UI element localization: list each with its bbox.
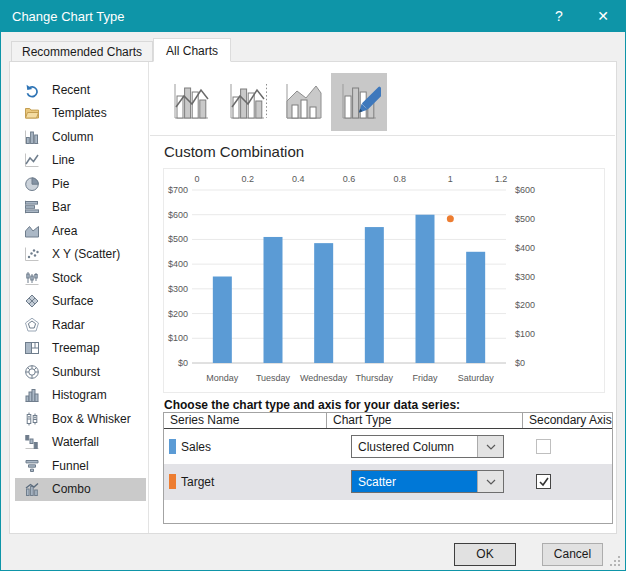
svg-text:0: 0 xyxy=(194,174,199,184)
subtype-stacked-area-clustered-column-icon[interactable] xyxy=(275,73,331,131)
title-bar: Change Chart Type ? ✕ xyxy=(1,1,625,32)
ok-button[interactable]: OK xyxy=(454,543,516,566)
svg-text:1.2: 1.2 xyxy=(495,174,508,184)
resize-grip[interactable] xyxy=(609,554,622,567)
recent-icon xyxy=(24,82,40,98)
tab-all-charts[interactable]: All Charts xyxy=(153,38,231,62)
svg-text:Thursday: Thursday xyxy=(356,373,394,383)
sidebar-item-label: Stock xyxy=(52,271,82,285)
sidebar-item-line[interactable]: Line xyxy=(15,149,146,173)
svg-text:$0: $0 xyxy=(178,358,188,368)
help-button[interactable]: ? xyxy=(537,1,581,32)
secondary-axis-checkbox[interactable] xyxy=(536,439,551,454)
surface-chart-icon xyxy=(24,293,40,309)
sidebar-item-combo[interactable]: Combo xyxy=(15,478,146,502)
sidebar-item-treemap[interactable]: Treemap xyxy=(15,337,146,361)
sidebar-item-label: Area xyxy=(52,224,77,238)
svg-text:$300: $300 xyxy=(515,272,535,282)
svg-text:Wednesday: Wednesday xyxy=(300,373,348,383)
svg-text:$300: $300 xyxy=(168,284,188,294)
pie-chart-icon xyxy=(24,176,40,192)
column-chart-icon xyxy=(24,129,40,145)
sidebar-item-waterfall[interactable]: Waterfall xyxy=(15,431,146,455)
change-chart-type-dialog: Change Chart Type ? ✕ Recommended Charts… xyxy=(0,0,626,571)
box-whisker-chart-icon xyxy=(24,411,40,427)
sidebar-item-label: Bar xyxy=(52,200,71,214)
svg-text:$100: $100 xyxy=(168,333,188,343)
chart-type-dropdown[interactable]: Clustered Column xyxy=(351,435,504,458)
column-header-series-name: Series Name xyxy=(164,413,327,428)
column-header-chart-type: Chart Type xyxy=(327,413,523,428)
svg-text:$500: $500 xyxy=(168,234,188,244)
sidebar-item-area[interactable]: Area xyxy=(15,219,146,243)
svg-text:$0: $0 xyxy=(515,358,525,368)
series-table-header: Series NameChart TypeSecondary Axis xyxy=(164,413,612,429)
sidebar-item-label: Box & Whisker xyxy=(52,412,131,426)
svg-text:$200: $200 xyxy=(168,309,188,319)
waterfall-chart-icon xyxy=(24,434,40,450)
secondary-axis-checkbox[interactable] xyxy=(536,474,551,489)
sidebar-item-label: Surface xyxy=(52,294,93,308)
series-row-target[interactable]: TargetScatter xyxy=(164,464,612,500)
sidebar-item-label: Combo xyxy=(52,482,91,496)
svg-text:Tuesday: Tuesday xyxy=(256,373,291,383)
svg-text:$500: $500 xyxy=(515,214,535,224)
subtype-custom-combination-icon[interactable] xyxy=(331,73,387,131)
sunburst-chart-icon xyxy=(24,364,40,380)
tab-recommended-charts[interactable]: Recommended Charts xyxy=(11,41,153,62)
combo-chart-icon xyxy=(24,481,40,497)
bar-chart-icon xyxy=(24,199,40,215)
sidebar-item-label: Templates xyxy=(52,106,107,120)
sidebar-item-label: Funnel xyxy=(52,459,89,473)
combo-panel: Custom Combination $0$100$200$300$400$50… xyxy=(150,62,616,533)
subtype-clustered-column-line-icon[interactable] xyxy=(163,73,219,131)
svg-text:1: 1 xyxy=(448,174,453,184)
svg-text:$600: $600 xyxy=(168,210,188,220)
combo-chart-preview: $0$100$200$300$400$500$600$700$0$100$200… xyxy=(164,169,604,392)
subtype-clustered-column-line-secondary-axis-icon[interactable] xyxy=(219,73,275,131)
series-swatch xyxy=(169,474,176,489)
scatter-chart-icon xyxy=(24,246,40,262)
sidebar-item-stock[interactable]: Stock xyxy=(15,266,146,290)
sidebar-item-histogram[interactable]: Histogram xyxy=(15,384,146,408)
sidebar-item-column[interactable]: Column xyxy=(15,125,146,149)
histogram-chart-icon xyxy=(24,387,40,403)
svg-text:0.6: 0.6 xyxy=(343,174,356,184)
sidebar-item-label: Waterfall xyxy=(52,435,99,449)
sidebar-item-bar[interactable]: Bar xyxy=(15,196,146,220)
svg-text:0.4: 0.4 xyxy=(292,174,305,184)
chevron-down-icon[interactable] xyxy=(477,471,503,492)
all-charts-tab-page: RecentTemplatesColumnLinePieBarAreaX Y (… xyxy=(9,61,617,534)
series-name-label: Target xyxy=(181,464,214,500)
sidebar-item-surface[interactable]: Surface xyxy=(15,290,146,314)
chart-type-value: Clustered Column xyxy=(352,436,477,457)
sidebar-item-radar[interactable]: Radar xyxy=(15,313,146,337)
svg-text:$600: $600 xyxy=(515,185,535,195)
combo-subtype-row xyxy=(163,73,387,131)
svg-text:$400: $400 xyxy=(515,243,535,253)
sidebar-item-recent[interactable]: Recent xyxy=(15,78,146,102)
series-name-label: Sales xyxy=(181,429,211,464)
chevron-down-icon[interactable] xyxy=(477,436,503,457)
svg-text:$100: $100 xyxy=(515,329,535,339)
sidebar-item-label: Treemap xyxy=(52,341,100,355)
sidebar-item-label: X Y (Scatter) xyxy=(52,247,120,261)
area-chart-icon xyxy=(24,223,40,239)
dialog-title: Change Chart Type xyxy=(12,9,125,24)
series-row-sales[interactable]: SalesClustered Column xyxy=(164,429,612,464)
stock-chart-icon xyxy=(24,270,40,286)
sidebar-item-x-y-scatter[interactable]: X Y (Scatter) xyxy=(15,243,146,267)
chart-type-value: Scatter xyxy=(352,471,477,492)
sidebar-item-sunburst[interactable]: Sunburst xyxy=(15,360,146,384)
sidebar-item-label: Pie xyxy=(52,177,69,191)
sidebar-item-pie[interactable]: Pie xyxy=(15,172,146,196)
treemap-chart-icon xyxy=(24,340,40,356)
sidebar-item-funnel[interactable]: Funnel xyxy=(15,454,146,478)
sidebar-item-templates[interactable]: Templates xyxy=(15,102,146,126)
chart-type-dropdown[interactable]: Scatter xyxy=(351,470,504,493)
sidebar-item-box-whisker[interactable]: Box & Whisker xyxy=(15,407,146,431)
cancel-button[interactable]: Cancel xyxy=(542,543,603,566)
svg-text:$400: $400 xyxy=(168,259,188,269)
close-button[interactable]: ✕ xyxy=(581,1,625,32)
sidebar-item-label: Sunburst xyxy=(52,365,100,379)
